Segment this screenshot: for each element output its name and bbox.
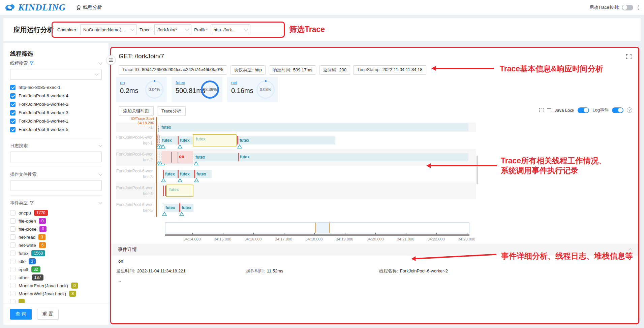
container-select[interactable]: NoContainerName(... bbox=[80, 24, 137, 35]
divider bbox=[10, 195, 102, 196]
event-type-item[interactable]: MonitorWait(Java Lock)8 bbox=[10, 290, 102, 298]
thread-filter-item[interactable]: ForkJoinPool-6-worker-1 bbox=[10, 117, 102, 125]
event-type-item[interactable]: net-read3 bbox=[10, 233, 102, 241]
checkbox-unchecked-icon[interactable] bbox=[10, 242, 16, 248]
futex-event-bar[interactable]: futex bbox=[180, 204, 193, 212]
futex-event-bar[interactable]: futex bbox=[160, 123, 468, 131]
collapse-chevron-icon[interactable] bbox=[98, 172, 102, 175]
log-search-input[interactable] bbox=[10, 152, 102, 162]
futex-event-bar[interactable]: futex bbox=[164, 170, 178, 178]
checkbox-checked-icon[interactable] bbox=[10, 93, 16, 99]
collapse-chevron-icon[interactable] bbox=[98, 143, 102, 147]
fullscreen-icon[interactable] bbox=[626, 54, 632, 60]
event-marker-triangle[interactable] bbox=[162, 212, 167, 216]
file-search-input[interactable] bbox=[10, 180, 102, 191]
nav-thread-analysis[interactable]: 线程分析 bbox=[76, 4, 102, 10]
metric-name-link[interactable]: futex bbox=[176, 80, 185, 85]
checkbox-unchecked-icon[interactable] bbox=[10, 218, 16, 224]
lock-event-box[interactable]: futex bbox=[166, 185, 193, 197]
thread-search-select[interactable] bbox=[10, 69, 102, 80]
event-type-name: idle bbox=[19, 259, 26, 264]
checkbox-unchecked-icon[interactable] bbox=[10, 210, 16, 216]
thread-filter-item[interactable]: ForkJoinPool-6-worker-2 bbox=[10, 100, 102, 108]
event-marker-triangle[interactable] bbox=[178, 144, 182, 149]
thread-filter-item[interactable]: ForkJoinPool-6-worker-5 bbox=[10, 125, 102, 134]
event-type-item[interactable] bbox=[10, 298, 102, 303]
futex-event-bar[interactable]: futex bbox=[194, 153, 468, 161]
checkbox-checked-icon[interactable] bbox=[10, 110, 16, 116]
reset-button[interactable]: 重 置 bbox=[37, 309, 59, 320]
chart-scrollbar[interactable] bbox=[477, 156, 478, 184]
trace-detect-toggle[interactable] bbox=[622, 5, 633, 10]
checkbox-unchecked-icon[interactable] bbox=[10, 283, 16, 288]
futex-event-bar[interactable]: futex bbox=[179, 136, 193, 144]
event-marker-triangle[interactable] bbox=[194, 161, 198, 165]
java-lock-toggle[interactable] bbox=[578, 107, 589, 113]
checkbox-unchecked-icon[interactable] bbox=[10, 251, 16, 256]
checkbox-checked-icon[interactable] bbox=[10, 85, 16, 90]
event-type-item[interactable]: futex1568 bbox=[10, 249, 102, 257]
sidebar-collapse-handle[interactable] bbox=[106, 55, 116, 65]
trace-analysis-button[interactable]: Trace分析 bbox=[157, 106, 186, 116]
logo-text: KINDLING bbox=[18, 2, 66, 13]
event-type-item[interactable]: idle3 bbox=[10, 257, 102, 265]
event-type-item[interactable]: MonitorEnter(Java Lock)0 bbox=[10, 282, 102, 290]
futex-label: futex bbox=[238, 136, 335, 144]
futex-event-bar[interactable]: futex bbox=[161, 136, 177, 144]
event-marker-triangle[interactable] bbox=[237, 144, 242, 149]
checkbox-unchecked-icon[interactable] bbox=[10, 275, 16, 280]
checkbox-checked-icon[interactable] bbox=[10, 102, 16, 107]
log-event-toggle[interactable] bbox=[612, 107, 623, 113]
futex-event-bar[interactable]: futex bbox=[179, 170, 194, 178]
help-icon[interactable]: ? bbox=[627, 107, 632, 113]
event-marker-triangle[interactable] bbox=[161, 144, 165, 149]
theme-moon-icon[interactable]: ( bbox=[637, 4, 639, 11]
event-marker-triangle[interactable] bbox=[179, 212, 184, 216]
marquee-select-icon[interactable] bbox=[539, 108, 544, 112]
thread-filter-item[interactable]: http-nio-8085-exec-1 bbox=[10, 83, 102, 92]
collapse-chevron-icon[interactable] bbox=[98, 200, 102, 204]
sidebar-scroll-area[interactable]: 线程筛选 线程搜索 http-nio-8085-exec-1ForkJoinPo… bbox=[3, 43, 109, 303]
event-type-item[interactable]: file-open0 bbox=[10, 217, 102, 225]
checkbox-checked-icon[interactable] bbox=[10, 119, 16, 124]
query-button[interactable]: 查 询 bbox=[10, 309, 32, 320]
checkbox-unchecked-icon[interactable] bbox=[10, 267, 16, 272]
revert-zoom-icon[interactable] bbox=[547, 108, 551, 112]
profile-select[interactable]: http_/fork... bbox=[211, 24, 250, 35]
filter-annotation-box: Container: NoContainerName(... Trace: /f… bbox=[52, 22, 285, 38]
container-select-value: NoContainerName(... bbox=[83, 27, 128, 32]
event-type-item[interactable]: file-close0 bbox=[10, 225, 102, 233]
checkbox-unchecked-icon[interactable] bbox=[10, 299, 16, 303]
futex-event-bar[interactable]: futex bbox=[238, 136, 335, 144]
metric-percent: 98.39% bbox=[203, 87, 217, 92]
kindling-logo[interactable]: KINDLING bbox=[5, 2, 66, 13]
event-type-name: futex bbox=[19, 251, 28, 256]
event-type-item[interactable]: other187 bbox=[10, 273, 102, 282]
checkbox-unchecked-icon[interactable] bbox=[10, 291, 16, 296]
event-type-item[interactable]: net-write6 bbox=[10, 241, 102, 249]
trace-select[interactable]: /forkJoin/* bbox=[154, 24, 191, 35]
event-marker-triangle[interactable] bbox=[194, 178, 199, 182]
thread-filter-item[interactable]: ForkJoinPool-6-worker-3 bbox=[10, 108, 102, 117]
futex-event-bar[interactable]: futex bbox=[164, 204, 179, 212]
minimap-selection[interactable] bbox=[315, 223, 330, 233]
checkbox-unchecked-icon[interactable] bbox=[10, 226, 16, 232]
add-key-moment-button[interactable]: 添加关键时刻 bbox=[119, 106, 154, 116]
filter-funnel-icon[interactable] bbox=[30, 201, 34, 205]
collapse-chevron-icon[interactable] bbox=[98, 61, 102, 64]
event-type-name: epoll bbox=[19, 267, 28, 272]
filter-funnel-icon[interactable] bbox=[30, 61, 34, 65]
checkbox-unchecked-icon[interactable] bbox=[10, 259, 16, 264]
timeline-minimap[interactable] bbox=[165, 222, 469, 233]
checkbox-unchecked-icon[interactable] bbox=[10, 234, 16, 240]
metric-name-link[interactable]: net bbox=[231, 80, 237, 85]
lock-event-box[interactable]: futex bbox=[193, 134, 237, 146]
event-type-item[interactable]: epoll32 bbox=[10, 265, 102, 273]
futex-event-bar[interactable]: futex bbox=[195, 170, 212, 178]
event-type-item[interactable]: oncpu1770 bbox=[10, 209, 102, 217]
checkbox-checked-icon[interactable] bbox=[10, 127, 16, 132]
metric-name-link[interactable]: on bbox=[120, 80, 125, 85]
event-marker-triangle[interactable] bbox=[161, 178, 166, 182]
event-marker-triangle[interactable] bbox=[178, 178, 182, 182]
thread-filter-item[interactable]: ForkJoinPool-6-worker-4 bbox=[10, 92, 102, 100]
